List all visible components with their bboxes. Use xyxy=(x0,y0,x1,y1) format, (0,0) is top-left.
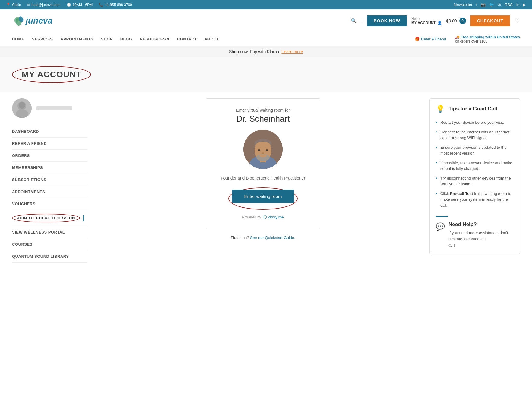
sidebar-item-memberships[interactable]: MEMBERSHIPS xyxy=(12,162,87,174)
first-time-text: First time? See our Quickstart Guide. xyxy=(106,235,420,240)
doctor-photo xyxy=(243,130,283,169)
tip-item-4: If possible, use a newer device and make… xyxy=(436,158,514,174)
hours-info: 🕐 10AM - 6PM xyxy=(67,3,93,7)
telehealth-ellipse: JOIN TELEHEALTH SESSION xyxy=(12,214,80,222)
help-text: If you need more assistance, don't hesit… xyxy=(448,230,514,242)
main-content: DASHBOARD REFER A FRIEND ORDERS MEMBERSH… xyxy=(0,92,532,269)
waiting-room-card: Enter virtual waiting room for Dr. Schei… xyxy=(206,98,320,229)
waiting-room-subtitle: Enter virtual waiting room for xyxy=(212,108,314,113)
page-title: MY ACCOUNT xyxy=(22,70,81,79)
facebook-link[interactable]: f xyxy=(476,2,477,7)
logo-icon xyxy=(12,14,26,27)
tip-item-6: Click Pre-call Test in the waiting room … xyxy=(436,189,514,210)
sidebar-item-orders[interactable]: ORDERS xyxy=(12,150,87,162)
active-indicator xyxy=(83,215,84,221)
nav-links: HOME SERVICES APPOINTMENTS SHOP BLOG RES… xyxy=(12,32,219,46)
logo[interactable]: juneva xyxy=(12,14,52,27)
header: juneva 🔍 | BOOK NOW Hello, MY ACCOUNT 👤 … xyxy=(0,9,532,32)
help-title: Need Help? xyxy=(448,222,514,228)
svg-point-9 xyxy=(258,149,260,151)
sidebar-item-refer-friend[interactable]: REFER A FRIEND xyxy=(12,138,87,150)
nav-right: 🎁 Refer A Friend 🚚 Free shipping within … xyxy=(415,35,520,43)
truck-icon: 🚚 xyxy=(455,35,460,39)
logo-text: juneva xyxy=(26,16,52,26)
sidebar-item-vouchers[interactable]: VOUCHERS xyxy=(12,198,87,210)
tips-title: Tips for a Great Call xyxy=(448,106,497,112)
header-right: 🔍 | BOOK NOW Hello, MY ACCOUNT 👤 $0.00 0… xyxy=(351,15,520,26)
tip-item-1: Restart your device before your visit. xyxy=(436,118,514,127)
sidebar-item-quantum-library[interactable]: QUANTUM SOUND LIBRARY xyxy=(12,250,87,263)
gift-icon: 🎁 xyxy=(415,37,420,41)
doctor-title: Founder and Bioenergetic Health Practiti… xyxy=(212,175,314,181)
youtube-link[interactable]: ▶ xyxy=(523,2,526,7)
book-now-button[interactable]: BOOK NOW xyxy=(367,15,407,26)
tips-header: 💡 Tips for a Great Call xyxy=(436,105,514,113)
clock-icon: 🕐 xyxy=(67,3,71,7)
doxy-icon: ⬡ xyxy=(263,214,267,220)
sidebar-item-appointments[interactable]: APPOINTMENTS xyxy=(12,186,87,198)
email-info: ✉ heal@juneva.com xyxy=(27,3,60,7)
nav-about[interactable]: ABOUT xyxy=(204,37,219,41)
doctor-image xyxy=(243,130,283,169)
linkedin-link[interactable]: in xyxy=(516,2,519,7)
quickstart-guide-link[interactable]: See our Quickstart Guide. xyxy=(250,235,295,240)
avatar xyxy=(12,98,32,118)
tip-item-5: Try disconnecting other devices from the… xyxy=(436,174,514,189)
account-info: Hello, MY ACCOUNT 👤 xyxy=(411,17,442,25)
cart-area: $0.00 0 xyxy=(446,18,466,24)
refer-friend-link[interactable]: 🎁 Refer A Friend xyxy=(415,37,446,41)
page-title-ellipse: MY ACCOUNT xyxy=(12,66,91,83)
search-button[interactable]: 🔍 xyxy=(351,18,357,24)
sidebar-menu: DASHBOARD REFER A FRIEND ORDERS MEMBERSH… xyxy=(12,126,87,263)
nav-home[interactable]: HOME xyxy=(12,37,24,41)
learn-more-link[interactable]: Learn more xyxy=(281,49,303,54)
nav-shop[interactable]: SHOP xyxy=(101,37,113,41)
need-help-section: 💬 Need Help? If you need more assistance… xyxy=(436,222,514,248)
top-bar-left: 📍 Clinic ✉ heal@juneva.com 🕐 10AM - 6PM … xyxy=(6,3,132,7)
sidebar-item-telehealth[interactable]: JOIN TELEHEALTH SESSION xyxy=(12,210,87,226)
newsletter-link[interactable]: Newsletter xyxy=(454,2,472,7)
tip-item-3: Ensure your browser is updated to the mo… xyxy=(436,143,514,158)
doxy-label: doxy.me xyxy=(268,215,284,219)
top-bar-right: Newsletter f 📷 🐦 ✉ RSS in ▶ xyxy=(454,2,526,7)
phone-info: 📞 +1 855 688 3760 xyxy=(99,3,132,7)
email-icon: ✉ xyxy=(27,3,30,7)
top-bar: 📍 Clinic ✉ heal@juneva.com 🕐 10AM - 6PM … xyxy=(0,0,532,9)
center-content: Enter virtual waiting room for Dr. Schei… xyxy=(97,98,429,263)
nav-services[interactable]: SERVICES xyxy=(32,37,53,41)
checkout-button[interactable]: CHECKOUT xyxy=(470,15,510,26)
rss-link[interactable]: RSS xyxy=(505,2,513,7)
svg-point-8 xyxy=(255,142,271,149)
price-label: $0.00 xyxy=(446,18,457,23)
tips-card: 💡 Tips for a Great Call Restart your dev… xyxy=(429,98,520,254)
instagram-link[interactable]: 📷 xyxy=(481,2,486,7)
tip-item-2: Connect to the internet with an Ethernet… xyxy=(436,127,514,143)
free-shipping-info: 🚚 Free shipping within United States on … xyxy=(455,35,520,43)
sidebar-item-subscriptions[interactable]: SUBSCRIPTIONS xyxy=(12,174,87,186)
svg-point-13 xyxy=(259,154,267,157)
twitter-link[interactable]: 🐦 xyxy=(489,2,494,7)
navigation: HOME SERVICES APPOINTMENTS SHOP BLOG RES… xyxy=(0,32,532,46)
help-call: Call xyxy=(448,243,514,248)
nav-blog[interactable]: BLOG xyxy=(120,37,132,41)
enter-waiting-button[interactable]: Enter waiting room xyxy=(232,190,294,203)
nav-resources[interactable]: RESOURCES ▾ xyxy=(140,37,169,41)
promo-bar: Shop now. Pay with Klarna. Learn more xyxy=(0,46,532,57)
cart-count[interactable]: 0 xyxy=(459,18,466,24)
lightbulb-icon: 💡 xyxy=(436,105,445,113)
user-profile xyxy=(12,98,87,118)
avatar-image xyxy=(12,98,32,118)
clinic-info: 📍 Clinic xyxy=(6,3,21,7)
nav-contact[interactable]: CONTACT xyxy=(177,37,197,41)
sidebar-item-courses[interactable]: COURSES xyxy=(12,238,87,250)
tips-divider xyxy=(436,216,448,217)
nav-appointments[interactable]: APPOINTMENTS xyxy=(61,37,93,41)
sidebar-item-wellness-portal[interactable]: VIEW WELLNESS PORTAL xyxy=(12,226,87,238)
doctor-name: Dr. Scheinhart xyxy=(212,114,314,124)
svg-point-10 xyxy=(266,149,268,151)
mail-link[interactable]: ✉ xyxy=(498,2,501,7)
my-account-link[interactable]: MY ACCOUNT 👤 xyxy=(411,21,442,25)
sidebar-item-dashboard[interactable]: DASHBOARD xyxy=(12,126,87,138)
wishlist-icon[interactable]: ♡ xyxy=(515,17,520,24)
user-icon: 👤 xyxy=(437,21,442,25)
